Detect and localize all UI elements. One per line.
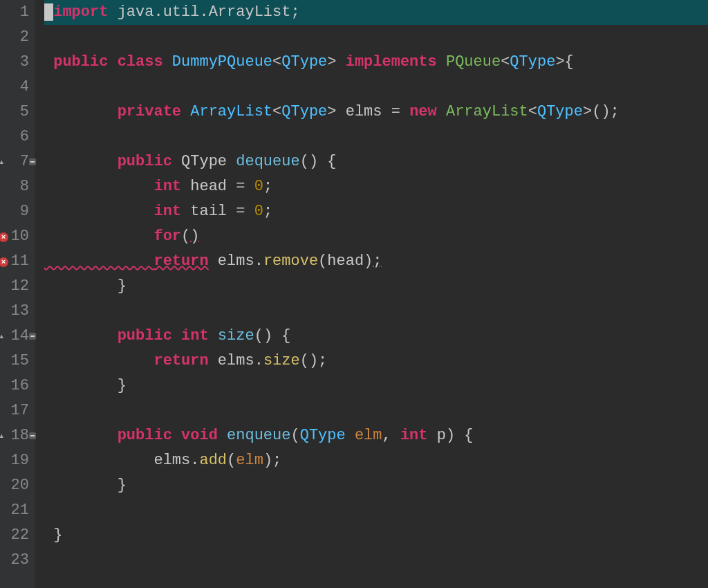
code-line[interactable] (44, 398, 708, 423)
gutter-line: 9 (0, 199, 29, 224)
code-line[interactable]: import java.util.ArrayList; (44, 0, 708, 25)
gutter-line: 2 (0, 25, 29, 50)
gutter-line: 12 (0, 274, 29, 299)
code-line[interactable]: private ArrayList<QType> elms = new Arra… (44, 100, 708, 125)
code-editor[interactable]: 1 2 3 4 5 6 ▴7 8 9 ×10 ×11 12 13 ▴14 15 … (0, 0, 708, 588)
gutter-line: ×10 (0, 224, 29, 249)
code-line[interactable]: } (44, 274, 708, 299)
gutter-line: ▴18 (0, 423, 29, 448)
gutter-line: ▴14 (0, 324, 29, 349)
code-line[interactable] (44, 125, 708, 149)
override-marker-icon: ▴ (0, 324, 4, 349)
code-line[interactable]: return elms.size(); (44, 349, 708, 374)
code-line[interactable]: public class DummyPQueue<QType> implemen… (44, 50, 708, 75)
gutter-line: 15 (0, 349, 29, 374)
code-line[interactable] (44, 548, 708, 573)
gutter-line: 17 (0, 398, 29, 423)
code-area[interactable]: import java.util.ArrayList; public class… (35, 0, 708, 588)
code-line[interactable]: } (44, 523, 708, 548)
code-line[interactable] (44, 25, 708, 50)
code-line[interactable] (44, 498, 708, 523)
code-line[interactable]: } (44, 374, 708, 398)
gutter-line: 21 (0, 498, 29, 523)
gutter-line: ×11 (0, 249, 29, 274)
gutter-line: 3 (0, 50, 29, 75)
gutter-line: 19 (0, 448, 29, 473)
fold-icon[interactable] (29, 333, 36, 340)
gutter-line: 23 (0, 548, 29, 573)
gutter-line: 22 (0, 523, 29, 548)
gutter-line: 20 (0, 473, 29, 498)
override-marker-icon: ▴ (0, 149, 4, 174)
gutter-line: 1 (0, 0, 29, 25)
fold-icon[interactable] (29, 432, 36, 439)
error-marker-icon: × (0, 224, 8, 249)
gutter-line: 6 (0, 125, 29, 149)
code-line[interactable]: } (44, 473, 708, 498)
code-line[interactable]: public QType dequeue() { (44, 149, 708, 174)
error-marker-icon: × (0, 249, 8, 274)
gutter-line: 4 (0, 75, 29, 100)
code-line[interactable] (44, 299, 708, 324)
gutter-line: 13 (0, 299, 29, 324)
code-line[interactable]: return elms.remove(head); (44, 249, 708, 274)
code-line[interactable]: public int size() { (44, 324, 708, 349)
line-number-gutter: 1 2 3 4 5 6 ▴7 8 9 ×10 ×11 12 13 ▴14 15 … (0, 0, 35, 588)
gutter-line: 8 (0, 174, 29, 199)
gutter-line: 5 (0, 100, 29, 125)
gutter-line: 16 (0, 374, 29, 398)
code-line[interactable]: int head = 0; (44, 174, 708, 199)
code-line[interactable]: elms.add(elm); (44, 448, 708, 473)
code-line[interactable]: int tail = 0; (44, 199, 708, 224)
code-line[interactable]: public void enqueue(QType elm, int p) { (44, 423, 708, 448)
cursor (44, 3, 53, 21)
fold-icon[interactable] (29, 158, 36, 165)
override-marker-icon: ▴ (0, 423, 4, 448)
gutter-line: ▴7 (0, 149, 29, 174)
code-line[interactable] (44, 75, 708, 100)
code-line[interactable]: for() (44, 224, 708, 249)
